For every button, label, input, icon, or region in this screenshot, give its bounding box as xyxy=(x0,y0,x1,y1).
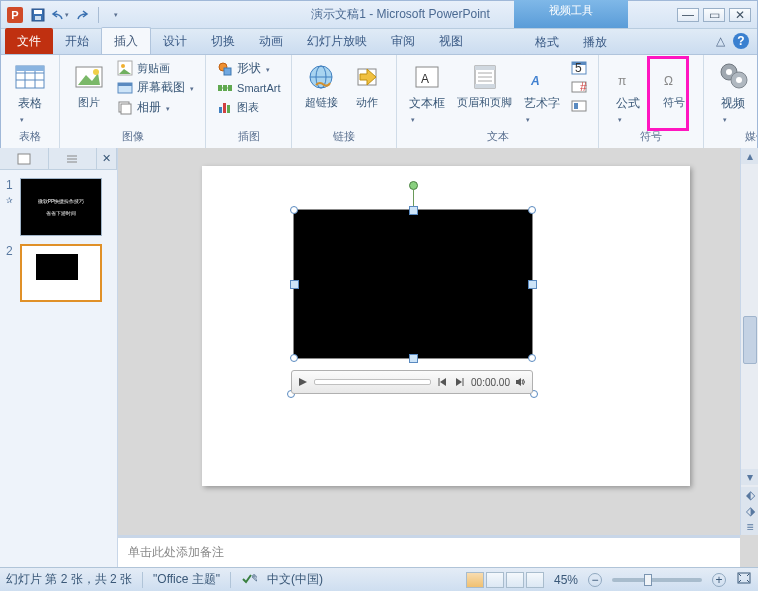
tabs-right-controls: △ ? xyxy=(716,33,749,49)
save-button[interactable] xyxy=(29,6,47,24)
help-button[interactable]: ? xyxy=(733,33,749,49)
language-label[interactable]: 中文(中国) xyxy=(267,571,323,588)
hyperlink-icon xyxy=(305,61,337,93)
screenshot-icon xyxy=(117,80,133,96)
resize-handle-w[interactable] xyxy=(290,280,299,289)
sorter-view-button[interactable] xyxy=(486,572,504,588)
volume-button[interactable] xyxy=(514,375,528,389)
scroll-up-button[interactable]: ▴ xyxy=(741,148,758,164)
restore-button[interactable]: ▭ xyxy=(703,8,725,22)
scroll-thumb[interactable] xyxy=(743,316,757,364)
slide-thumbnail-1[interactable]: 1✰ 微软PP快捷操作技巧省省下游时间 xyxy=(0,174,117,240)
scroll-menu-button[interactable]: ≡ xyxy=(741,519,758,535)
zoom-in-button[interactable]: + xyxy=(712,573,726,587)
minimize-button[interactable]: — xyxy=(677,8,699,22)
resize-handle-sw[interactable] xyxy=(290,354,298,362)
picture-button[interactable]: 图片 xyxy=(68,59,110,112)
object-button[interactable] xyxy=(568,97,590,115)
picture-icon xyxy=(73,61,105,93)
group-label-links: 链接 xyxy=(300,127,388,146)
zoom-slider[interactable] xyxy=(612,578,702,582)
tab-insert[interactable]: 插入 xyxy=(101,27,151,54)
svg-text:#: # xyxy=(580,80,587,94)
tab-file[interactable]: 文件 xyxy=(5,28,53,54)
rotate-handle[interactable] xyxy=(409,181,418,190)
zoom-slider-thumb[interactable] xyxy=(644,574,652,586)
smartart-button[interactable]: SmartArt xyxy=(214,79,283,97)
hyperlink-button[interactable]: 超链接 xyxy=(300,59,342,112)
close-pane-button[interactable]: ✕ xyxy=(97,148,117,169)
tab-design[interactable]: 设计 xyxy=(151,28,199,54)
headerfooter-button[interactable]: 页眉和页脚 xyxy=(453,59,516,112)
resize-handle-n[interactable] xyxy=(409,206,418,215)
screenshot-button[interactable]: 屏幕截图 ▾ xyxy=(114,78,197,97)
tab-format[interactable]: 格式 xyxy=(523,29,571,55)
chart-button[interactable]: 图表 xyxy=(214,98,283,116)
separator xyxy=(98,7,99,23)
seek-bar[interactable] xyxy=(314,379,431,385)
tables-button[interactable]: 表格▾ xyxy=(9,59,51,126)
next-frame-button[interactable] xyxy=(453,375,467,389)
prev-frame-button[interactable] xyxy=(435,375,449,389)
slide-canvas[interactable]: 00:00.00 xyxy=(202,166,690,486)
tab-home[interactable]: 开始 xyxy=(53,28,101,54)
redo-button[interactable] xyxy=(73,6,91,24)
minimize-ribbon-icon[interactable]: △ xyxy=(716,34,725,48)
svg-text:✎: ✎ xyxy=(251,572,257,585)
group-illustrations: 形状 ▾ SmartArt 图表 插图 xyxy=(206,55,292,148)
normal-view-button[interactable] xyxy=(466,572,484,588)
titlebar: P ▾ ▾ 演示文稿1 - Microsoft PowerPoint 视频工具 … xyxy=(1,1,757,29)
resize-handle-s[interactable] xyxy=(409,354,418,363)
slide-thumbnail-2[interactable]: 2 xyxy=(0,240,117,306)
next-slide-button[interactable]: ⬗ xyxy=(741,503,758,519)
wordart-button[interactable]: A艺术字▾ xyxy=(520,59,564,126)
reading-view-button[interactable] xyxy=(506,572,524,588)
ribbon-tabs: 文件 开始 插入 设计 切换 动画 幻灯片放映 审阅 视图 格式 播放 △ ? xyxy=(1,29,757,55)
tab-slideshow[interactable]: 幻灯片放映 xyxy=(295,28,379,54)
svg-point-52 xyxy=(736,77,742,83)
slides-tab-icon[interactable] xyxy=(0,148,49,169)
tab-animations[interactable]: 动画 xyxy=(247,28,295,54)
scroll-down-button[interactable]: ▾ xyxy=(741,469,758,485)
svg-rect-25 xyxy=(227,105,230,113)
video-object[interactable] xyxy=(294,210,532,358)
symbol-button[interactable]: Ω符号 xyxy=(653,59,695,112)
resize-handle-nw[interactable] xyxy=(290,206,298,214)
ribbon: 表格▾ 表格 图片 剪贴画 屏幕截图 ▾ 相册 ▾ 图像 形状 ▾ SmartA… xyxy=(1,55,757,149)
resize-handle-se[interactable] xyxy=(528,354,536,362)
prev-slide-button[interactable]: ⬖ xyxy=(741,487,758,503)
shapes-button[interactable]: 形状 ▾ xyxy=(214,59,283,78)
tab-transitions[interactable]: 切换 xyxy=(199,28,247,54)
svg-rect-22 xyxy=(228,85,232,91)
action-button[interactable]: 动作 xyxy=(346,59,388,112)
resize-handle-ne[interactable] xyxy=(528,206,536,214)
group-label-text: 文本 xyxy=(405,127,590,146)
equation-button[interactable]: π公式▾ xyxy=(607,59,649,126)
slide-edit-area[interactable]: 00:00.00 ▴ ▾ ⬖ ⬗ ≡ xyxy=(118,148,758,567)
video-button[interactable]: 视频▾ xyxy=(712,59,754,126)
svg-text:π: π xyxy=(618,74,626,88)
outline-tab-icon[interactable] xyxy=(49,148,98,169)
slidenumber-button[interactable]: # xyxy=(568,78,590,96)
tab-playback[interactable]: 播放 xyxy=(571,29,619,55)
undo-button[interactable]: ▾ xyxy=(51,6,69,24)
resize-handle-e[interactable] xyxy=(528,280,537,289)
album-button[interactable]: 相册 ▾ xyxy=(114,98,197,117)
datetime-button[interactable]: 5 xyxy=(568,59,590,77)
qat-customize[interactable]: ▾ xyxy=(106,6,124,24)
clipart-button[interactable]: 剪贴画 xyxy=(114,59,197,77)
spellcheck-icon[interactable]: ✎ xyxy=(241,571,257,588)
tab-review[interactable]: 审阅 xyxy=(379,28,427,54)
zoom-out-button[interactable]: − xyxy=(588,573,602,587)
svg-text:A: A xyxy=(530,74,540,88)
slideshow-view-button[interactable] xyxy=(526,572,544,588)
vertical-scrollbar[interactable]: ▴ ▾ ⬖ ⬗ ≡ xyxy=(740,148,758,535)
textbox-button[interactable]: A文本框▾ xyxy=(405,59,449,126)
notes-pane[interactable]: 单击此处添加备注 xyxy=(118,535,740,567)
zoom-level-label[interactable]: 45% xyxy=(554,573,578,587)
fit-window-button[interactable] xyxy=(736,571,752,588)
close-button[interactable]: ✕ xyxy=(729,8,751,22)
tab-view[interactable]: 视图 xyxy=(427,28,475,54)
play-button[interactable] xyxy=(296,375,310,389)
group-tables: 表格▾ 表格 xyxy=(1,55,60,148)
